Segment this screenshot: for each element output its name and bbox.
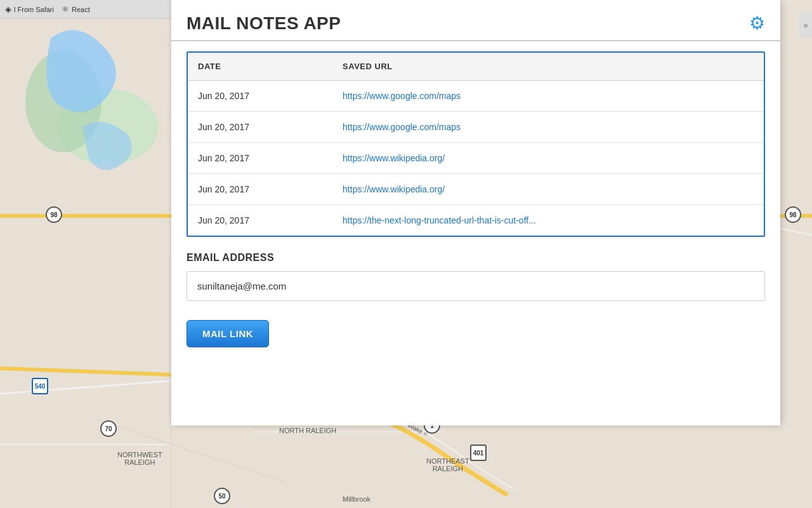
react-icon: ⚛ (62, 4, 69, 14)
road-badge-98-right: 98 (785, 206, 801, 223)
tab-react: ⚛ React (62, 4, 90, 14)
app-title: MAIL NOTES APP (187, 13, 341, 34)
map-label-northeast: NORTHEASTRALEIGH (426, 457, 469, 472)
table-row: Jun 20, 2017https://www.google.com/maps (188, 112, 764, 143)
settings-icon[interactable]: ⚙ (749, 13, 765, 34)
road-badge-401: 401 (470, 444, 487, 461)
road-badge-70: 70 (100, 420, 117, 437)
table-cell-date: Jun 20, 2017 (188, 112, 332, 143)
column-url: SAVED URL (332, 53, 764, 81)
tab-bar: ◈ l From Safari ⚛ React (0, 0, 171, 19)
email-label: EMAIL ADDRESS (187, 252, 765, 264)
main-panel: MAIL NOTES APP ⚙ DATE SAVED URL Jun 20, … (171, 0, 780, 425)
road-badge-98-left: 98 (46, 206, 62, 223)
table-cell-date: Jun 20, 2017 (188, 174, 332, 205)
map-label-north: NORTH RALEIGH (279, 427, 336, 434)
road-badge-540: 540 (32, 378, 48, 394)
table-row: Jun 20, 2017https://www.wikipedia.org/ (188, 143, 764, 174)
road-badge-50: 50 (214, 488, 230, 504)
table-header-row: DATE SAVED URL (188, 53, 764, 81)
table-cell-date: Jun 20, 2017 (188, 205, 332, 236)
table-cell-url[interactable]: https://the-next-long-truncated-url-that… (332, 205, 764, 236)
panel-header: MAIL NOTES APP ⚙ (171, 0, 780, 41)
table-cell-date: Jun 20, 2017 (188, 81, 332, 112)
mail-link-button[interactable]: MAIL LINK (187, 320, 269, 347)
table-cell-url[interactable]: https://www.google.com/maps (332, 81, 764, 112)
email-section: EMAIL ADDRESS (171, 247, 780, 311)
table-cell-url[interactable]: https://www.wikipedia.org/ (332, 143, 764, 174)
table-cell-date: Jun 20, 2017 (188, 143, 332, 174)
url-table: DATE SAVED URL Jun 20, 2017https://www.g… (188, 53, 764, 236)
table-cell-url[interactable]: https://www.wikipedia.org/ (332, 174, 764, 205)
tab-safari: ◈ l From Safari (5, 4, 54, 14)
map-label-northwest: NORTHWESTRALEIGH (117, 451, 162, 466)
email-input[interactable] (187, 271, 765, 301)
table-cell-url[interactable]: https://www.google.com/maps (332, 112, 764, 143)
url-table-container: DATE SAVED URL Jun 20, 2017https://www.g… (187, 51, 765, 237)
safari-icon: ◈ (5, 4, 11, 14)
map-label-millbrook: Millbrook (343, 495, 370, 503)
table-row: Jun 20, 2017https://www.wikipedia.org/ (188, 174, 764, 205)
browser-chevron-right[interactable]: » (799, 13, 812, 38)
table-row: Jun 20, 2017https://www.google.com/maps (188, 81, 764, 112)
column-date: DATE (188, 53, 332, 81)
table-row: Jun 20, 2017https://the-next-long-trunca… (188, 205, 764, 236)
